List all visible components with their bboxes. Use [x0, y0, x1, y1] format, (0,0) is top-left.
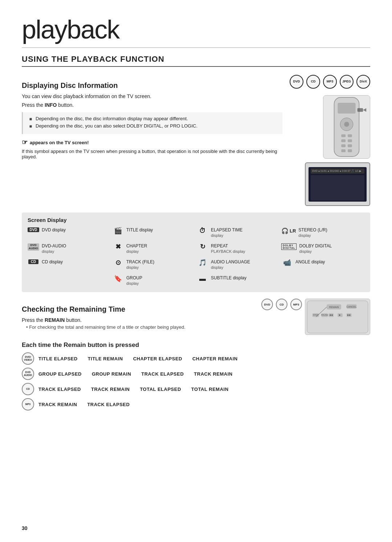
- svg-marker-13: [363, 108, 366, 112]
- audio-lang-sub: display: [211, 265, 250, 270]
- mp3-icon: MP3: [323, 75, 337, 89]
- repeat-sub-label: PLAYBACK display: [211, 249, 245, 254]
- remain-group-remain: GROUP REMAIN: [92, 371, 131, 377]
- chapter-icon: ✖: [115, 243, 121, 250]
- dolby-sub-label: display: [299, 249, 332, 254]
- svg-rect-8: [341, 144, 346, 147]
- display-stereo: 🎧 LR STEREO (L/R) display: [281, 227, 364, 238]
- display-elapsed: ⏱ ELAPSED TIME display: [197, 227, 280, 238]
- angle-icon: 📹: [283, 259, 291, 266]
- note-bullet-1: ◾: [28, 117, 33, 122]
- screen-display-box: Screen Display DVD DVD display 🎬 TITLE d…: [22, 213, 370, 292]
- chapter-display-label: CHAPTER: [126, 243, 147, 248]
- remain-track-elapsed-dvd: TRACK ELAPSED: [141, 371, 184, 377]
- remain-track-elapsed-mp3: TRACK ELAPSED: [87, 402, 130, 407]
- section-title: USING THE PLAYBACK FUNCTION: [22, 54, 370, 67]
- remain-subtitle: Checking the Remaining Time: [22, 305, 261, 314]
- dolby-box: DOLBYDIGITAL: [281, 243, 297, 250]
- stereo-sub-label: display: [298, 233, 327, 238]
- stereo-display-label: STEREO (L/R): [298, 227, 327, 232]
- remain-chapter-elapsed: CHAPTER ELAPSED: [133, 356, 182, 361]
- note-text-1: Depending on the disc, the disc informat…: [36, 116, 188, 121]
- group-sub-label: display: [126, 281, 142, 286]
- remain-disc-mp3: MP3: [22, 398, 34, 410]
- jpeg-icon: JPEG: [340, 75, 354, 89]
- elapsed-sub-label: display: [211, 233, 242, 238]
- headphone-icon: 🎧: [281, 227, 289, 234]
- track-sub-label: display: [126, 265, 154, 270]
- remain-total-remain-cd: TOTAL REMAIN: [191, 387, 229, 392]
- dvd-audio-label: DVD-AUDIO: [42, 243, 66, 248]
- remain-track-remain-dvd: TRACK REMAIN: [194, 371, 232, 377]
- audio-lang-label: AUDIO LANGUAGE: [211, 259, 250, 264]
- display-title: 🎬 TITLE display: [112, 227, 195, 238]
- svg-text:CANCEL: CANCEL: [347, 306, 357, 308]
- note-bullet-2: ◾: [28, 124, 33, 129]
- dvd-icon: DVD: [290, 75, 303, 89]
- repeat-display-label: REPEAT: [211, 243, 245, 248]
- svg-rect-12: [358, 108, 363, 112]
- remain-bullet: • For checking the total and remaining t…: [26, 324, 261, 330]
- remain-disc-icons: DVD CD MP3 REMAIN CANCEL STEP PAUSE ▶▶: [261, 299, 370, 335]
- tv-screen-image: DVD ● 01/01 ● 001/040 ● 0:00:37 🎵 1/1 ▶: [305, 162, 370, 206]
- remain-title-remain: TITLE REMAIN: [88, 356, 123, 361]
- remain-press-info: Press the REMAIN button.: [22, 317, 261, 323]
- svg-text:▶: ▶: [339, 314, 341, 316]
- remain-track-remain-mp3: TRACK REMAIN: [38, 402, 77, 407]
- remain-row-cd: CD TRACK ELAPSED TRACK REMAIN TOTAL ELAP…: [22, 383, 370, 395]
- svg-text:▶▶: ▶▶: [347, 314, 351, 316]
- elapsed-display-label: ELAPSED TIME: [211, 227, 242, 232]
- remain-items-cd: TRACK ELAPSED TRACK REMAIN TOTAL ELAPSED…: [38, 387, 229, 392]
- svg-rect-7: [348, 139, 352, 142]
- remain-dvd-icon: DVD: [261, 299, 273, 310]
- display-repeat: ↻ REPEAT PLAYBACK display: [197, 243, 280, 254]
- remain-items-dvd-audio: GROUP ELAPSED GROUP REMAIN TRACK ELAPSED…: [38, 371, 233, 377]
- elapsed-icon: ⏱: [199, 227, 206, 234]
- remain-disc-dvd-audio: DVDAUDIO: [22, 368, 34, 380]
- svg-rect-10: [341, 149, 346, 152]
- subtitle-display-label: SUBTITLE display: [211, 275, 246, 280]
- display-subtitle: ▬ SUBTITLE display: [197, 275, 280, 286]
- repeat-icon: ↻: [200, 243, 205, 250]
- remote-image: [323, 95, 370, 159]
- note-text-2: Depending on the disc, you can also sele…: [36, 123, 197, 129]
- remain-group-elapsed: GROUP ELAPSED: [38, 371, 82, 377]
- divx-icon: DivX: [356, 75, 370, 89]
- remain-items-dvd-video: TITLE ELAPSED TITLE REMAIN CHAPTER ELAPS…: [38, 356, 238, 361]
- remain-row-dvd: DVD/VIDEO TITLE ELAPSED TITLE REMAIN CHA…: [22, 352, 370, 365]
- title-display-label: TITLE display: [126, 227, 153, 232]
- display-dolby: DOLBYDIGITAL DOLBY DIGITAL display: [281, 243, 364, 254]
- svg-point-3: [344, 122, 349, 127]
- display-chapter: ✖ CHAPTER display: [112, 243, 195, 254]
- appears-text: If this symbol appears on the TV screen …: [22, 149, 282, 159]
- group-icon: 🔖: [114, 275, 122, 282]
- disc-info-description: You can view disc playback information o…: [22, 93, 282, 99]
- dvd-audio-sub: display: [42, 249, 66, 254]
- svg-rect-11: [348, 149, 352, 152]
- remain-items-mp3: TRACK REMAIN TRACK ELAPSED: [38, 402, 130, 407]
- press-info-text: Press the INFO button.: [22, 102, 282, 108]
- svg-rect-5: [348, 134, 352, 137]
- screen-display-title: Screen Display: [28, 217, 364, 223]
- remain-cd-icon: CD: [276, 299, 287, 310]
- remain-rows: DVD/VIDEO TITLE ELAPSED TITLE REMAIN CHA…: [22, 352, 370, 410]
- svg-rect-9: [348, 144, 352, 147]
- remain-total-elapsed-cd: TOTAL ELAPSED: [140, 387, 181, 392]
- cd-badge: CD: [28, 259, 38, 264]
- note-box: ◾ Depending on the disc, the disc inform…: [22, 112, 282, 134]
- remain-disc-dvd-video: DVD/VIDEO: [22, 352, 34, 365]
- remain-track-remain-cd: TRACK REMAIN: [91, 387, 130, 392]
- display-angle: 📹 ANGLE display: [281, 259, 364, 270]
- remain-row-dvd-audio: DVDAUDIO GROUP ELAPSED GROUP REMAIN TRAC…: [22, 368, 370, 380]
- chapter-sub-label: display: [126, 249, 147, 254]
- hand-icon-section: ☞ appears on the TV screen! If this symb…: [22, 138, 282, 159]
- title-icon: 🎬: [114, 227, 122, 234]
- remain-section: Checking the Remaining Time Press the RE…: [22, 299, 370, 410]
- display-group: 🔖 GROUP display: [112, 275, 195, 286]
- disc-info-title: Displaying Disc Information: [22, 81, 282, 90]
- svg-text:STEP: STEP: [313, 314, 319, 316]
- page-number: 30: [22, 525, 28, 531]
- svg-text:REMAIN: REMAIN: [329, 306, 339, 308]
- remain-row-mp3: MP3 TRACK REMAIN TRACK ELAPSED: [22, 398, 370, 410]
- display-audio-lang: 🎵 AUDIO LANGUAGE display: [197, 259, 280, 270]
